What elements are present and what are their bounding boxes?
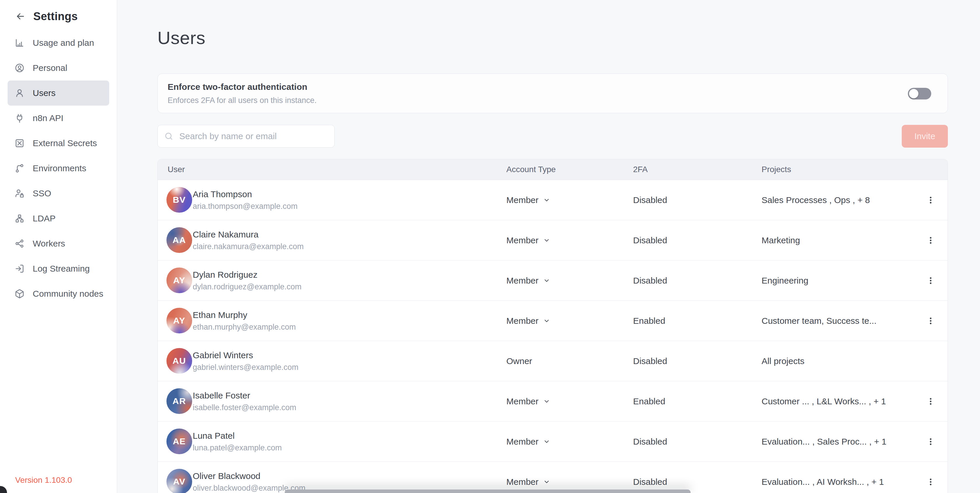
row-menu-button[interactable]	[923, 393, 939, 410]
projects-cell: Customer ... , L&L Works... , + 1	[762, 396, 886, 406]
twofa-status: Disabled	[633, 437, 667, 447]
kebab-icon	[926, 397, 935, 406]
row-menu-button[interactable]	[923, 433, 939, 450]
enforce-2fa-title: Enforce two-factor authentication	[168, 82, 307, 92]
row-menu-button[interactable]	[923, 474, 939, 490]
account-type-value: Member	[506, 276, 538, 285]
table-row: AE Luna Patel luna.patel@example.com Mem…	[158, 422, 948, 462]
row-menu-button[interactable]	[923, 232, 939, 249]
sidebar-item-external-secrets[interactable]: External Secrets	[8, 131, 109, 156]
user-email: dylan.rodriguez@example.com	[193, 282, 302, 292]
enforce-2fa-toggle[interactable]	[908, 88, 931, 100]
user-email: ethan.murphy@example.com	[193, 323, 296, 332]
avatar: AE	[167, 428, 192, 454]
vault-icon	[14, 138, 24, 148]
account-type-value: Member	[506, 316, 538, 326]
avatar: AA	[167, 227, 192, 253]
sidebar-item-usage-and-plan[interactable]: Usage and plan	[8, 30, 109, 55]
twofa-status: Disabled	[633, 276, 667, 285]
account-type-value: Member	[506, 396, 538, 406]
user-cell: Ethan Murphy ethan.murphy@example.com	[193, 310, 296, 332]
avatar: AY	[167, 308, 192, 333]
invite-button[interactable]: Invite	[902, 125, 948, 147]
twofa-status: Disabled	[633, 477, 667, 487]
plug-icon	[14, 113, 24, 123]
account-type-dropdown[interactable]: Member	[506, 276, 550, 285]
user-lock-icon	[14, 189, 24, 198]
enforce-2fa-card: Enforce two-factor authentication Enforc…	[158, 73, 948, 113]
account-type-dropdown[interactable]: Member	[506, 235, 550, 245]
sidebar-item-sso[interactable]: SSO	[8, 181, 109, 206]
avatar: AU	[167, 348, 192, 374]
avatar-initials: AR	[173, 396, 186, 406]
back-button[interactable]	[14, 10, 27, 23]
row-menu-button[interactable]	[923, 273, 939, 289]
projects-cell: All projects	[762, 356, 805, 366]
search-box[interactable]	[158, 125, 335, 147]
account-type-dropdown[interactable]: Member	[506, 437, 550, 447]
sidebar-item-n8n-api[interactable]: n8n API	[8, 106, 109, 131]
account-type-value: Owner	[506, 356, 532, 366]
user-email: claire.nakamura@example.com	[193, 242, 304, 251]
user-name: Luna Patel	[193, 431, 282, 441]
projects-cell: Evaluation... , AI Worksh... , + 1	[762, 477, 884, 487]
user-name: Claire Nakamura	[193, 230, 304, 239]
network-icon	[14, 239, 24, 249]
account-type-dropdown[interactable]: Member	[506, 477, 550, 487]
twofa-status: Enabled	[633, 396, 665, 406]
sidebar-item-ldap[interactable]: LDAP	[8, 206, 109, 231]
account-type-value: Member	[506, 437, 538, 447]
enforce-2fa-subtitle: Enforces 2FA for all users on this insta…	[168, 96, 317, 105]
projects-cell: Sales Processes , Ops , + 8	[762, 195, 870, 205]
kebab-icon	[926, 196, 935, 204]
user-name: Dylan Rodriguez	[193, 270, 302, 280]
search-input[interactable]	[179, 131, 328, 141]
avatar: BV	[167, 187, 192, 212]
twofa-status: Disabled	[633, 356, 667, 366]
git-branch-icon	[14, 163, 24, 173]
account-type-dropdown[interactable]: Member	[506, 316, 550, 326]
version-label[interactable]: Version 1.103.0	[15, 476, 72, 485]
sidebar-item-personal[interactable]: Personal	[8, 55, 109, 81]
twofa-status: Disabled	[633, 235, 667, 245]
chevron-down-icon	[543, 317, 550, 324]
table-header: User Account Type 2FA Projects	[158, 159, 948, 180]
kebab-icon	[926, 276, 935, 285]
package-icon	[14, 289, 24, 299]
chevron-down-icon	[543, 479, 550, 485]
avatar: AY	[167, 268, 192, 293]
row-menu-button[interactable]	[923, 192, 939, 208]
user-name: Aria Thompson	[193, 189, 298, 199]
row-menu-button[interactable]	[923, 313, 939, 329]
table-row: AY Dylan Rodriguez dylan.rodriguez@examp…	[158, 260, 948, 301]
column-header-2fa: 2FA	[633, 159, 648, 180]
arrow-left-icon	[15, 11, 26, 22]
kebab-icon	[926, 477, 935, 486]
user-name: Ethan Murphy	[193, 310, 296, 320]
user-icon	[14, 88, 24, 98]
chevron-down-icon	[543, 438, 550, 445]
hierarchy-icon	[14, 214, 24, 224]
kebab-icon	[926, 437, 935, 446]
table-row: AA Claire Nakamura claire.nakamura@examp…	[158, 220, 948, 260]
sidebar-item-environments[interactable]: Environments	[8, 156, 109, 181]
account-type-dropdown[interactable]: Member	[506, 195, 550, 205]
sidebar-title: Settings	[33, 10, 78, 23]
sidebar-item-users[interactable]: Users	[8, 81, 109, 106]
avatar-initials: AY	[173, 315, 185, 325]
projects-cell: Evaluation... , Sales Proc... , + 1	[762, 437, 886, 447]
account-type-value: Member	[506, 477, 538, 487]
account-type-dropdown[interactable]: Member	[506, 396, 550, 406]
account-type-label: Owner	[506, 356, 532, 366]
sidebar-item-community-nodes[interactable]: Community nodes	[8, 281, 109, 306]
user-cell: Luna Patel luna.patel@example.com	[193, 431, 282, 452]
projects-cell: Marketing	[762, 235, 800, 245]
user-email: aria.thompson@example.com	[193, 202, 298, 211]
account-type-value: Member	[506, 235, 538, 245]
user-name: Oliver Blackwood	[193, 471, 305, 481]
table-row: AU Gabriel Winters gabriel.winters@examp…	[158, 341, 948, 381]
sidebar-item-workers[interactable]: Workers	[8, 231, 109, 256]
twofa-status: Enabled	[633, 316, 665, 326]
projects-cell: Engineering	[762, 276, 808, 285]
sidebar-item-log-streaming[interactable]: Log Streaming	[8, 256, 109, 281]
